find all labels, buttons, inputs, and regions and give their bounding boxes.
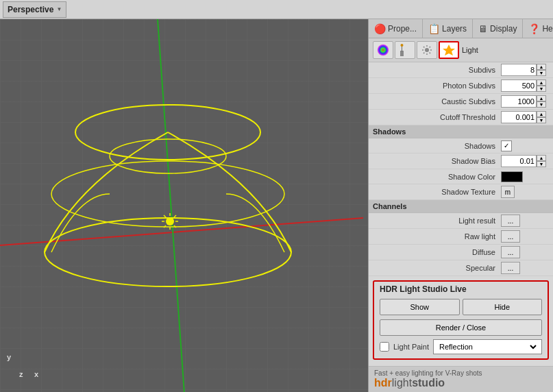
shadow-bias-up[interactable]: ▲	[537, 155, 546, 161]
specular-label: Specular	[373, 264, 501, 272]
raw-light-btn[interactable]: ...	[501, 230, 520, 243]
specular-btn[interactable]: ...	[501, 262, 520, 274]
tab-layers-label: Layers	[442, 24, 467, 34]
shadow-bias-input[interactable]	[501, 155, 537, 167]
photon-up[interactable]: ▲	[537, 79, 546, 86]
hdr-title: HDR Light Studio Live	[374, 282, 548, 297]
shadow-bias-down[interactable]: ▼	[537, 161, 546, 167]
light-paint-label: Light Paint	[393, 343, 429, 351]
cutoff-row: Cutoff Threshold ▲ ▼	[369, 110, 553, 125]
viewport-label[interactable]: Perspective ▼	[3, 1, 66, 18]
footer-brand: hdrlightstudio	[374, 377, 548, 389]
tab-help-label: Help	[542, 24, 553, 34]
properties-panel[interactable]: Subdivs ▲ ▼ Photon Subdivs ▲ ▼	[369, 62, 553, 366]
hdr-show-button[interactable]: Show	[380, 299, 460, 315]
top-bar: Perspective ▼	[0, 0, 553, 19]
brand-light: light	[392, 377, 412, 389]
panel-tabs: 🔴 Prope... 📋 Layers 🖥 Display ❓ Help	[369, 19, 553, 38]
channels-section-header: Channels	[369, 200, 553, 213]
shadow-color-value	[501, 171, 549, 182]
svg-point-16	[378, 45, 389, 56]
properties-icon: 🔴	[374, 23, 386, 34]
shadow-bias-spinner: ▲ ▼	[537, 155, 546, 167]
svg-rect-17	[400, 51, 404, 56]
hdr-paint-row: Light Paint Reflection Diffuse Specular	[374, 338, 548, 356]
caustic-label: Caustic Subdivs	[373, 97, 501, 106]
perspective-text: Perspective	[8, 5, 53, 14]
tab-display[interactable]: 🖥 Display	[473, 19, 523, 38]
svg-point-19	[401, 44, 404, 47]
axis-z-label: z	[19, 370, 23, 378]
shadows-label: Shadows	[373, 142, 501, 150]
perspective-arrow: ▼	[56, 6, 62, 12]
shadows-section-header: Shadows	[369, 125, 553, 138]
shadow-color-label: Shadow Color	[373, 173, 501, 181]
tab-properties-label: Prope...	[388, 24, 417, 34]
photon-label: Photon Subdivs	[373, 82, 501, 90]
light-result-btn[interactable]: ...	[501, 215, 520, 227]
paint-button[interactable]	[395, 41, 415, 59]
viewport[interactable]: z y x	[0, 19, 368, 392]
tab-display-label: Display	[490, 24, 517, 34]
shadow-color-row: Shadow Color	[369, 169, 553, 184]
main-area: z y x 🔴 Prope... 📋 Layers 🖥 Display ❓ He…	[0, 19, 553, 392]
tab-help[interactable]: ❓ Help	[523, 19, 553, 38]
photon-input[interactable]	[501, 79, 537, 92]
specular-row: Specular ...	[369, 260, 553, 276]
caustic-input[interactable]	[501, 95, 537, 108]
brand-studio: studio	[412, 377, 445, 389]
axis-x-label: x	[34, 370, 38, 378]
shadows-row: Shadows ✓	[369, 138, 553, 154]
shadow-color-swatch[interactable]	[501, 171, 523, 182]
light-paint-checkbox[interactable]	[380, 342, 389, 352]
cutoff-up[interactable]: ▲	[537, 111, 546, 117]
subdivs-input[interactable]	[501, 64, 537, 76]
hdr-hide-button[interactable]: Hide	[463, 299, 543, 315]
subdivs-up[interactable]: ▲	[537, 64, 546, 70]
color-sphere-button[interactable]	[373, 41, 393, 59]
caustic-value: ▲ ▼	[501, 95, 549, 108]
light-result-label: Light result	[373, 217, 501, 225]
light-result-row: Light result ...	[369, 213, 553, 229]
caustic-spinner: ▲ ▼	[537, 95, 546, 108]
cutoff-down[interactable]: ▼	[537, 117, 546, 123]
diffuse-btn[interactable]: ...	[501, 246, 520, 258]
subdivs-down[interactable]: ▼	[537, 70, 546, 76]
shadows-checkbox[interactable]: ✓	[501, 140, 512, 151]
shadows-check-value: ✓	[501, 140, 549, 151]
cutoff-label: Cutoff Threshold	[373, 113, 501, 121]
shadow-texture-value: m	[501, 186, 549, 198]
photon-down[interactable]: ▼	[537, 86, 546, 92]
tab-properties[interactable]: 🔴 Prope...	[369, 19, 423, 38]
subdivs-label: Subdivs	[373, 66, 501, 74]
light-tab-label: Light	[462, 46, 478, 54]
hdr-render-button[interactable]: Render / Close	[380, 319, 542, 336]
reflection-select[interactable]: Reflection Diffuse Specular	[437, 342, 539, 352]
raw-light-label: Raw light	[373, 232, 501, 241]
diffuse-label: Diffuse	[373, 248, 501, 256]
help-icon: ❓	[528, 23, 540, 34]
specular-value: ...	[501, 262, 549, 274]
tab-layers[interactable]: 📋 Layers	[423, 19, 473, 38]
display-icon: 🖥	[478, 23, 488, 34]
cutoff-value: ▲ ▼	[501, 111, 549, 123]
raw-light-value: ...	[501, 230, 549, 243]
cutoff-input[interactable]	[501, 111, 537, 123]
reflection-dropdown[interactable]: Reflection Diffuse Specular	[433, 339, 542, 354]
footer-tagline: Fast + easy lighting for V-Ray shots	[374, 369, 548, 377]
light-button[interactable]	[439, 41, 459, 59]
raw-light-row: Raw light ...	[369, 229, 553, 245]
settings-button[interactable]	[417, 41, 437, 59]
caustic-down[interactable]: ▼	[537, 101, 546, 108]
photon-spinner: ▲ ▼	[537, 79, 546, 92]
diffuse-row: Diffuse ...	[369, 245, 553, 260]
layers-icon: 📋	[428, 23, 440, 34]
shadow-texture-row: Shadow Texture m	[369, 184, 553, 200]
shadow-texture-btn[interactable]: m	[501, 186, 515, 198]
shadow-bias-label: Shadow Bias	[373, 157, 501, 165]
light-result-value: ...	[501, 215, 549, 227]
axis-y-label: y	[7, 353, 11, 361]
caustic-up[interactable]: ▲	[537, 95, 546, 101]
photon-value: ▲ ▼	[501, 79, 549, 92]
hdr-show-hide-row: Show Hide	[374, 297, 548, 317]
